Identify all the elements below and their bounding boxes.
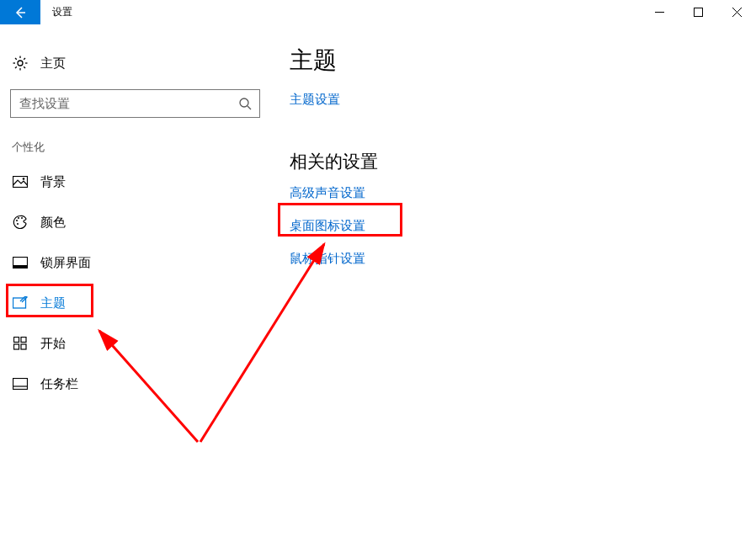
- sidebar-item-background[interactable]: 背景: [0, 162, 261, 202]
- gear-icon: [12, 56, 29, 71]
- svg-point-17: [23, 178, 25, 180]
- svg-rect-29: [13, 379, 28, 390]
- svg-point-18: [16, 220, 18, 221]
- palette-icon: [12, 215, 29, 230]
- arrow-left-icon: [13, 5, 28, 20]
- sidebar-item-label: 锁屏界面: [29, 255, 91, 271]
- svg-rect-27: [14, 344, 19, 349]
- link-mouse-pointer[interactable]: 鼠标指针设置: [290, 251, 365, 267]
- link-advanced-sound[interactable]: 高级声音设置: [290, 185, 365, 201]
- link-desktop-icons[interactable]: 桌面图标设置: [290, 218, 365, 234]
- window-controls: [640, 0, 756, 24]
- sidebar-item-start[interactable]: 开始: [0, 323, 261, 364]
- sidebar-item-lockscreen[interactable]: 锁屏界面: [0, 242, 261, 283]
- sidebar-item-colors[interactable]: 颜色: [0, 202, 261, 242]
- close-button[interactable]: [717, 0, 756, 24]
- search-input[interactable]: [11, 96, 231, 111]
- search-box[interactable]: [10, 89, 260, 118]
- svg-rect-16: [13, 177, 28, 188]
- theme-icon: [12, 296, 29, 310]
- start-icon: [12, 337, 29, 350]
- svg-line-12: [24, 58, 25, 60]
- link-theme-settings[interactable]: 主题设置: [290, 92, 340, 108]
- sidebar-item-label: 任务栏: [29, 376, 78, 392]
- page-heading: 主题: [290, 45, 378, 77]
- picture-icon: [12, 176, 29, 188]
- sidebar: 主页 个性化 背景 颜色 锁屏界面: [0, 24, 261, 404]
- minimize-icon: [655, 8, 664, 17]
- svg-rect-25: [14, 338, 19, 343]
- svg-rect-23: [13, 265, 28, 268]
- svg-point-19: [18, 217, 19, 219]
- svg-point-14: [240, 98, 248, 107]
- sidebar-home-label: 主页: [29, 56, 66, 72]
- sidebar-item-taskbar[interactable]: 任务栏: [0, 364, 261, 404]
- svg-line-15: [248, 106, 251, 109]
- window-title: 设置: [40, 0, 72, 24]
- sidebar-item-label: 主题: [29, 295, 66, 311]
- main-content: 主题 主题设置 相关的设置 高级声音设置 桌面图标设置 鼠标指针设置: [261, 24, 378, 404]
- sidebar-item-themes[interactable]: 主题: [0, 283, 261, 323]
- svg-rect-24: [13, 298, 26, 308]
- sidebar-section-label: 个性化: [0, 118, 261, 162]
- taskbar-icon: [12, 378, 29, 390]
- sidebar-item-label: 颜色: [29, 215, 66, 231]
- sidebar-item-home[interactable]: 主页: [0, 45, 261, 81]
- svg-rect-26: [21, 338, 26, 343]
- svg-point-5: [18, 61, 23, 66]
- svg-rect-28: [21, 344, 26, 349]
- search-icon: [231, 97, 259, 110]
- svg-line-11: [24, 66, 25, 68]
- titlebar: 设置: [0, 0, 756, 24]
- maximize-icon: [694, 8, 703, 17]
- svg-point-20: [21, 217, 23, 219]
- related-heading: 相关的设置: [290, 150, 378, 173]
- sidebar-item-label: 开始: [29, 336, 66, 352]
- minimize-button[interactable]: [640, 0, 679, 24]
- close-icon: [732, 8, 742, 17]
- back-button[interactable]: [0, 0, 40, 24]
- maximize-button[interactable]: [679, 0, 717, 24]
- svg-point-21: [17, 223, 19, 225]
- svg-line-10: [15, 58, 17, 60]
- svg-rect-2: [694, 8, 702, 17]
- sidebar-item-label: 背景: [29, 174, 66, 190]
- lockscreen-icon: [12, 257, 29, 268]
- svg-line-13: [15, 66, 17, 68]
